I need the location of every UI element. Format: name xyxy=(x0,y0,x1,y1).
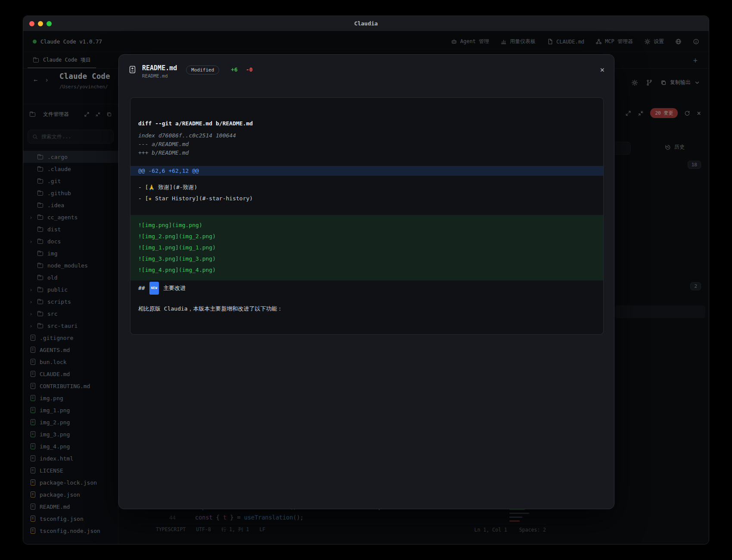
file-tree-item[interactable]: › src xyxy=(23,308,118,320)
status-dot-icon xyxy=(33,40,37,44)
file-name: public xyxy=(47,286,68,293)
changes-toolbar: 20 变更 × xyxy=(625,108,701,118)
copy-output-button[interactable]: 复制输出 xyxy=(661,79,700,86)
file-tree-item[interactable]: old xyxy=(23,271,118,283)
history-button[interactable]: 历史 xyxy=(665,143,685,151)
expand-icon[interactable] xyxy=(84,112,90,117)
file-name: src-tauri xyxy=(47,323,78,329)
sidebar: ← › Claude Code /Users/yovinchen/ 文件管理器 xyxy=(23,68,118,544)
file-diff-modal: README.md README.md Modified +6 -0 × dif… xyxy=(118,54,614,509)
minimap-line xyxy=(509,520,520,522)
chevron-right-icon: › xyxy=(29,286,37,293)
file-tree-item[interactable]: .github xyxy=(23,187,118,199)
file-tree-item[interactable]: tsconfig.node.json xyxy=(23,525,118,537)
gear-icon[interactable] xyxy=(631,79,638,86)
app-window: Claudia Claude Code v1.0.77 Agent 管理 用量仪… xyxy=(23,16,709,544)
close-icon[interactable]: × xyxy=(697,109,701,117)
file-tree-item[interactable]: index.html xyxy=(23,452,118,464)
file-tree-item[interactable]: img_2.png xyxy=(23,416,118,428)
refresh-icon[interactable] xyxy=(684,110,690,116)
file-tree-item[interactable]: img_3.png xyxy=(23,428,118,440)
back-icon[interactable]: ← xyxy=(34,76,37,84)
file-tree-item[interactable]: dist xyxy=(23,223,118,235)
copy-icon[interactable] xyxy=(106,112,112,117)
language-button[interactable] xyxy=(675,38,682,45)
menu-item-usage-dashboard[interactable]: 用量仪表板 xyxy=(500,38,536,45)
git-branch-icon[interactable] xyxy=(646,79,653,86)
emoji-icon: 🙏 xyxy=(148,184,155,190)
new-emoji-icon: NEW xyxy=(149,282,158,295)
file-tree-item[interactable]: CLAUDE.md xyxy=(23,368,118,380)
diff-context-line: - [★ Star History](#-star-history) xyxy=(138,193,596,204)
search-input[interactable] xyxy=(41,134,109,140)
file-name: CLAUDE.md xyxy=(40,371,70,377)
gear-icon xyxy=(644,38,651,45)
file-tree-item[interactable]: img xyxy=(23,247,118,259)
file-tree-item[interactable]: › public xyxy=(23,283,118,296)
file-tree-item[interactable]: tsconfig.json xyxy=(23,513,118,525)
app-header: Claude Code v1.0.77 Agent 管理 用量仪表板 CLAUD… xyxy=(23,31,709,52)
window-minimize-button[interactable] xyxy=(38,21,43,26)
expand-icon[interactable] xyxy=(625,110,631,116)
diff-added-line: ![img_4.png](img_4.png) xyxy=(138,264,596,276)
tab-claude-code-projects[interactable]: Claude Code 项目 xyxy=(28,52,96,68)
file-name: old xyxy=(47,274,57,281)
nodes-icon xyxy=(596,38,602,45)
file-name: cc_agents xyxy=(47,214,78,221)
window-zoom-button[interactable] xyxy=(47,21,52,26)
file-tree-item[interactable]: LICENSE xyxy=(23,464,118,476)
file-tree-item[interactable]: node_modules xyxy=(23,259,118,271)
menu-item-agent-manager[interactable]: Agent 管理 xyxy=(451,38,489,45)
file-tree-item[interactable]: README.md xyxy=(23,501,118,513)
file-tree-item[interactable]: .git xyxy=(23,175,118,187)
minimap-line xyxy=(509,513,529,514)
menu-item-settings[interactable]: 设置 xyxy=(644,38,664,45)
file-tree-item[interactable]: .gitignore xyxy=(23,332,118,344)
file-tree-item[interactable]: AGENTS.md xyxy=(23,344,118,356)
editor-line: 44 const { t } = useTranslation(); xyxy=(118,512,304,523)
collapse-icon[interactable] xyxy=(95,112,101,117)
window-title: Claudia xyxy=(23,16,709,31)
file-type-icon xyxy=(29,407,36,414)
message-count-badge: 2 xyxy=(690,282,701,290)
close-icon[interactable]: × xyxy=(600,65,605,74)
status-item: 行 1, 列 1 xyxy=(221,526,249,533)
file-tree-item[interactable]: package.json xyxy=(23,488,118,501)
file-tree-item[interactable]: .cargo xyxy=(23,151,118,163)
file-tree-item[interactable]: img_1.png xyxy=(23,404,118,416)
file-tree-item[interactable]: img.png xyxy=(23,392,118,404)
file-name: AGENTS.md xyxy=(40,347,70,353)
file-tree-item[interactable]: .idea xyxy=(23,199,118,211)
collapse-icon[interactable] xyxy=(638,110,644,116)
file-tree-item[interactable]: .claude xyxy=(23,163,118,175)
menu-item-mcp-manager[interactable]: MCP 管理器 xyxy=(596,38,633,45)
history-label: 历史 xyxy=(674,143,685,151)
status-item: LF xyxy=(259,526,265,533)
window-close-button[interactable] xyxy=(29,21,34,26)
changes-count-badge[interactable]: 20 变更 xyxy=(650,108,678,118)
file-tree-item[interactable]: img_4.png xyxy=(23,440,118,452)
file-tree-item[interactable]: › docs xyxy=(23,235,118,247)
file-type-icon xyxy=(37,165,44,172)
new-tab-button[interactable]: + xyxy=(686,56,704,65)
file-tree-item[interactable]: › src-tauri xyxy=(23,320,118,332)
diff-hunk-header: @@ -62,6 +62,12 @@ xyxy=(130,166,603,176)
file-type-icon xyxy=(29,370,36,377)
file-tree-item[interactable]: bun.lock xyxy=(23,356,118,368)
status-item: TYPESCRIPT xyxy=(156,526,186,533)
file-type-icon xyxy=(29,443,36,450)
copy-icon xyxy=(661,80,667,86)
top-menu: Agent 管理 用量仪表板 CLAUDE.md MCP 管理器 设置 xyxy=(451,38,699,45)
info-icon xyxy=(693,38,699,45)
session-toolbar: 复制输出 xyxy=(631,79,700,86)
file-tree-item[interactable]: package-lock.json xyxy=(23,476,118,488)
file-type-icon xyxy=(37,310,44,317)
file-tree-item[interactable]: CONTRIBUTING.md xyxy=(23,380,118,392)
file-tree-item[interactable]: › scripts xyxy=(23,296,118,308)
file-name: scripts xyxy=(47,299,71,305)
menu-item-claude-md[interactable]: CLAUDE.md xyxy=(547,38,584,45)
file-name: package-lock.json xyxy=(40,479,97,486)
file-tree-item[interactable]: › cc_agents xyxy=(23,211,118,223)
info-button[interactable] xyxy=(693,38,699,45)
context-text: - [ xyxy=(138,195,148,202)
